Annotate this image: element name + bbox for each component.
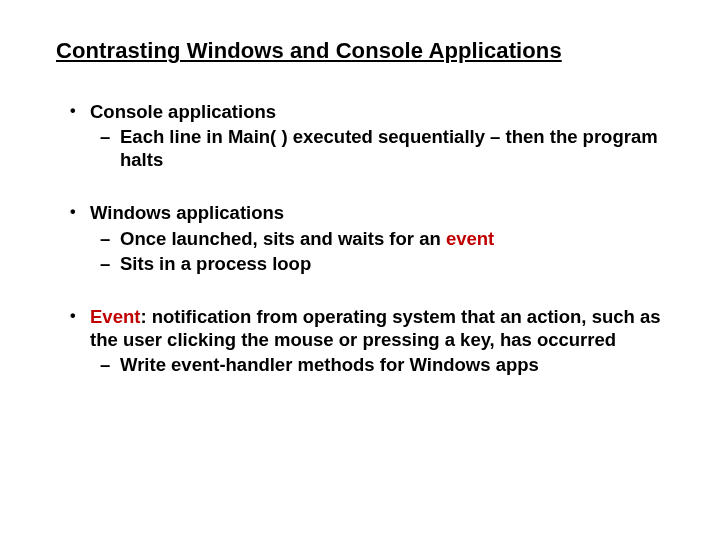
emphasis-event: Event xyxy=(90,306,140,327)
sub-text: Sits in a process loop xyxy=(120,253,311,274)
sub-text: Each line in Main( ) executed sequential… xyxy=(120,126,490,147)
sublist: Write event-handler methods for Windows … xyxy=(90,353,664,376)
sub-bullet: Write event-handler methods for Windows … xyxy=(90,353,664,376)
bullet-console-apps: Console applications Each line in Main( … xyxy=(56,100,664,171)
slide-title: Contrasting Windows and Console Applicat… xyxy=(56,38,664,64)
sub-text: Once launched, sits and waits for an xyxy=(120,228,446,249)
sub-bullet: Once launched, sits and waits for an eve… xyxy=(90,227,664,250)
sub-bullet: Each line in Main( ) executed sequential… xyxy=(90,125,664,171)
bullet-head-rest: : notification from operating system tha… xyxy=(90,306,661,350)
emphasis-event: event xyxy=(446,228,494,249)
bullet-head: Windows applications xyxy=(90,202,284,223)
sub-text: Write event-handler methods for Windows … xyxy=(120,354,539,375)
sublist: Once launched, sits and waits for an eve… xyxy=(90,227,664,275)
bullet-windows-apps: Windows applications Once launched, sits… xyxy=(56,201,664,274)
bullet-list: Console applications Each line in Main( … xyxy=(56,100,664,376)
sublist: Each line in Main( ) executed sequential… xyxy=(90,125,664,171)
bullet-head: Console applications xyxy=(90,101,276,122)
bullet-event-def: Event: notification from operating syste… xyxy=(56,305,664,376)
sub-bullet: Sits in a process loop xyxy=(90,252,664,275)
slide: Contrasting Windows and Console Applicat… xyxy=(0,0,720,376)
